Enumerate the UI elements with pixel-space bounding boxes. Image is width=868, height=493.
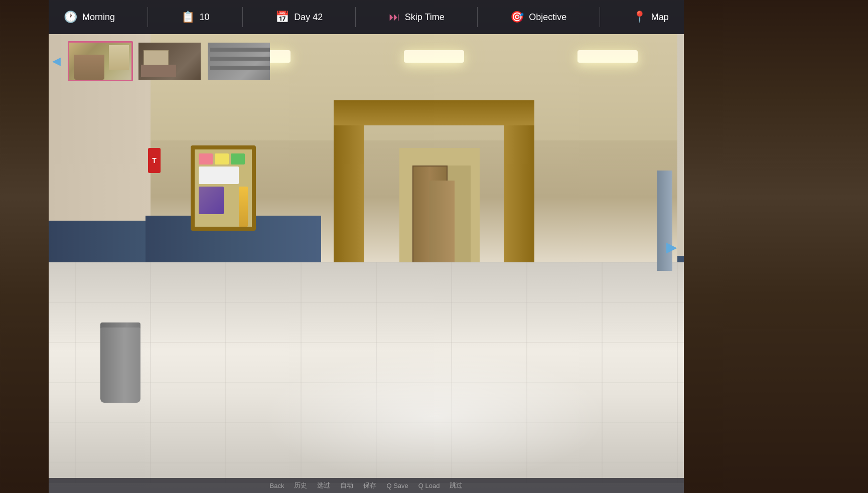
border-right-panel (684, 0, 868, 493)
ceiling-light-3 (577, 50, 638, 63)
right-far-panel (657, 171, 672, 271)
back-button[interactable]: Back (270, 482, 284, 489)
bottom-bar: Back 历史 选过 自动 保存 Q Save Q Load 跳过 (49, 478, 684, 493)
arch-top (334, 100, 534, 125)
ceiling-light-2 (404, 50, 464, 63)
auto-button[interactable]: 自动 (340, 481, 353, 490)
nav-divider-2 (242, 7, 243, 27)
time-display: 🕐 Morning (64, 11, 115, 24)
map-label: Map (651, 12, 669, 23)
bulletin-item-image (199, 187, 224, 214)
objective-icon: 🎯 (510, 11, 524, 24)
top-nav-bar: 🕐 Morning 📋 10 📅 Day 42 ⏭ Skip Time 🎯 Ob… (49, 0, 684, 34)
calendar-icon: 📅 (275, 11, 289, 24)
quick-save-button[interactable]: Q Save (386, 482, 408, 489)
history-button[interactable]: 历史 (294, 481, 307, 490)
objective-label: Objective (529, 12, 566, 23)
fire-alarm: T (148, 148, 161, 173)
time-label: Morning (82, 12, 115, 23)
day-display: 📅 Day 42 (275, 11, 323, 24)
jump-button[interactable]: 跳过 (450, 481, 463, 490)
bulletin-item-green (231, 153, 245, 165)
nav-divider-3 (355, 7, 356, 27)
skip-time-label: Skip Time (405, 12, 445, 23)
score-value: 10 (200, 12, 210, 23)
thumbnail-2-content (138, 43, 201, 80)
thumbnail-3[interactable] (206, 41, 271, 81)
fire-alarm-letter: T (148, 148, 161, 173)
bulletin-item-pink (199, 153, 213, 165)
bulletin-item-white (199, 167, 239, 184)
nav-right-arrow[interactable]: ▶ (666, 238, 677, 255)
bulletin-board[interactable] (191, 145, 256, 231)
nav-divider-4 (477, 7, 478, 27)
objective-button[interactable]: 🎯 Objective (510, 11, 566, 24)
skip-time-button[interactable]: ⏭ Skip Time (389, 11, 445, 24)
bulletin-item-yellow (215, 153, 229, 165)
thumbnail-3-content (208, 43, 270, 80)
skip-icon: ⏭ (389, 11, 400, 24)
clock-icon: 🕐 (64, 11, 77, 24)
skip-selected-button[interactable]: 选过 (317, 481, 330, 490)
thumbnail-2[interactable] (137, 41, 202, 81)
thumbnail-1[interactable] (68, 41, 133, 81)
thumbnail-strip: ◀ (49, 41, 271, 81)
thumbnail-1-content (69, 43, 131, 80)
floor-shine (260, 351, 608, 483)
quick-load-button[interactable]: Q Load (418, 482, 440, 489)
nav-divider-5 (600, 7, 600, 27)
thumb-prev-button[interactable]: ◀ (49, 54, 64, 69)
score-icon: 📋 (181, 11, 195, 24)
map-icon: 📍 (633, 11, 646, 24)
trash-can (100, 322, 140, 403)
nav-divider-1 (148, 7, 148, 27)
score-display: 📋 10 (181, 11, 210, 24)
map-button[interactable]: 📍 Map (633, 11, 669, 24)
trash-can-body (100, 327, 140, 403)
bulletin-item-strip (239, 187, 248, 227)
border-left-panel (0, 0, 49, 493)
save-button[interactable]: 保存 (363, 481, 376, 490)
day-value: Day 42 (294, 12, 323, 23)
